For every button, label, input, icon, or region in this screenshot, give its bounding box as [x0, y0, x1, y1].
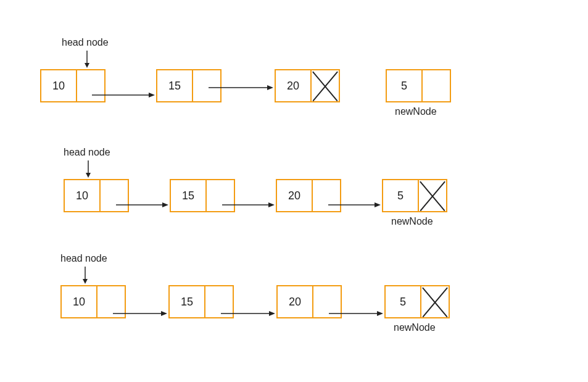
arrow-down-icon: [85, 160, 92, 178]
node-value: 20: [276, 70, 312, 101]
null-cross-icon: [421, 286, 449, 317]
node-value: 5: [386, 286, 421, 317]
head-node-label: head node: [60, 253, 107, 264]
new-node-label: newNode: [391, 216, 433, 227]
arrow-down-icon: [83, 51, 91, 68]
arrow-right-icon: [116, 201, 168, 209]
svg-marker-11: [268, 202, 275, 207]
node-pointer-null: [312, 70, 339, 101]
arrow-down-icon: [81, 267, 89, 284]
head-node-label: head node: [64, 147, 110, 158]
node-pointer-null: [419, 180, 446, 211]
node-value: 5: [383, 180, 419, 211]
linked-list-node: 20: [275, 69, 340, 102]
node-value: 15: [171, 180, 207, 211]
svg-marker-5: [267, 85, 273, 90]
node-value: 15: [157, 70, 193, 101]
null-cross-icon: [312, 70, 339, 101]
null-cross-icon: [419, 180, 446, 211]
node-value: 15: [170, 286, 205, 317]
linked-list-node: 5: [382, 179, 447, 212]
node-pointer-null: [421, 286, 449, 317]
arrow-right-icon: [222, 201, 275, 209]
arrow-right-icon: [328, 201, 381, 209]
node-pointer: [423, 70, 450, 101]
svg-marker-3: [149, 93, 155, 98]
node-value: 5: [387, 70, 423, 101]
svg-marker-21: [377, 311, 383, 316]
new-node-label: newNode: [394, 322, 436, 333]
arrow-right-icon: [113, 310, 167, 317]
arrow-right-icon: [221, 310, 275, 317]
linked-list-node: 5: [384, 285, 450, 318]
node-value: 20: [278, 286, 313, 317]
svg-marker-17: [161, 311, 167, 316]
node-value: 10: [62, 286, 97, 317]
svg-marker-13: [375, 202, 381, 207]
arrow-right-icon: [329, 310, 383, 317]
svg-marker-9: [162, 202, 168, 207]
svg-marker-19: [269, 311, 275, 316]
node-value: 10: [41, 70, 77, 101]
node-value: 10: [65, 180, 101, 211]
new-node-label: newNode: [395, 106, 437, 117]
arrow-right-icon: [92, 91, 155, 99]
node-value: 20: [277, 180, 313, 211]
arrow-right-icon: [209, 84, 273, 91]
svg-marker-7: [86, 173, 91, 178]
head-node-label: head node: [62, 37, 109, 48]
svg-marker-15: [83, 279, 88, 284]
svg-marker-1: [85, 63, 89, 68]
linked-list-new-node: 5: [386, 69, 451, 102]
